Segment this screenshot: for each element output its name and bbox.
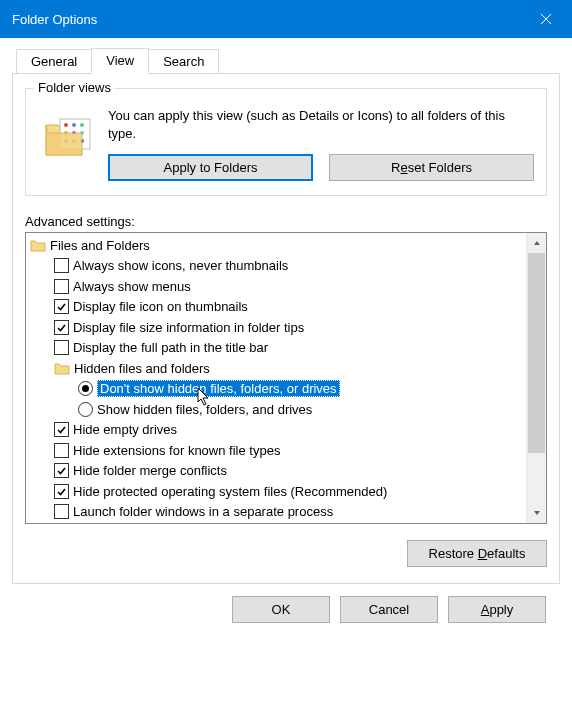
tree-item-always-menus[interactable]: Always show menus [30,276,526,297]
tree-label: Launch folder windows in a separate proc… [73,504,333,519]
titlebar: Folder Options [0,0,572,38]
scroll-thumb[interactable] [528,253,545,453]
tree-label: Show hidden files, folders, and drives [97,402,312,417]
dialog-buttons: OK Cancel Apply [12,584,560,623]
scrollbar[interactable] [526,233,546,523]
close-button[interactable] [520,0,572,38]
folder-views-title: Folder views [34,80,115,95]
tree-label: Hide empty drives [73,422,177,437]
tree-item-display-fullpath[interactable]: Display the full path in the title bar [30,338,526,359]
svg-point-1 [64,123,68,127]
tree-label: Always show menus [73,279,191,294]
tree-label-selected: Don't show hidden files, folders, or dri… [97,380,340,397]
advanced-settings-tree[interactable]: Files and Folders Always show icons, nev… [25,232,547,524]
tabpanel-view: Folder views You can apply this view (su… [12,73,560,584]
cancel-button[interactable]: Cancel [340,596,438,623]
reset-folders-button[interactable]: Reset Folders [329,154,534,181]
folder-views-desc: You can apply this view (such as Details… [108,107,534,142]
tree-label: Hidden files and folders [74,361,210,376]
tree-item-display-thumb[interactable]: Display file icon on thumbnails [30,297,526,318]
apply-button[interactable]: Apply [448,596,546,623]
checkbox-unchecked-icon [54,340,69,355]
tree-label: Display file icon on thumbnails [73,299,248,314]
tab-view[interactable]: View [91,48,149,74]
checkbox-unchecked-icon [54,279,69,294]
radio-checked-icon [78,381,93,396]
tree-item-display-size[interactable]: Display file size information in folder … [30,317,526,338]
folder-icon [42,111,94,163]
tree-label: Hide protected operating system files (R… [73,484,387,499]
tree-label: Hide folder merge conflicts [73,463,227,478]
checkbox-unchecked-icon [54,504,69,519]
tabs: General View Search [16,48,560,73]
folder-icon [30,238,46,252]
restore-defaults-button[interactable]: Restore Defaults [407,540,547,567]
tree-item-always-icons[interactable]: Always show icons, never thumbnails [30,256,526,277]
tree-label: Display the full path in the title bar [73,340,268,355]
tree-label: Always show icons, never thumbnails [73,258,288,273]
close-icon [540,13,552,25]
tree-label: Display file size information in folder … [73,320,304,335]
scroll-up-button[interactable] [527,233,546,253]
advanced-settings-label: Advanced settings: [25,214,547,229]
ok-button[interactable]: OK [232,596,330,623]
tree-item-launch-separate[interactable]: Launch folder windows in a separate proc… [30,502,526,523]
window-title: Folder Options [12,12,520,27]
tree-label: Files and Folders [50,238,150,253]
tree-group-hidden: Hidden files and folders [30,358,526,379]
tab-search[interactable]: Search [148,49,219,74]
tree-item-dont-show-hidden[interactable]: Don't show hidden files, folders, or dri… [30,379,526,400]
tree-item-hide-merge[interactable]: Hide folder merge conflicts [30,461,526,482]
checkbox-checked-icon [54,463,69,478]
tab-general[interactable]: General [16,49,92,74]
folder-views-group: Folder views You can apply this view (su… [25,88,547,196]
checkbox-checked-icon [54,422,69,437]
checkbox-checked-icon [54,299,69,314]
folder-icon [54,361,70,375]
radio-unchecked-icon [78,402,93,417]
tree-item-hide-ext[interactable]: Hide extensions for known file types [30,440,526,461]
svg-point-3 [80,123,84,127]
checkbox-checked-icon [54,484,69,499]
svg-point-2 [72,123,76,127]
scroll-track[interactable] [527,253,546,503]
tree-label: Hide extensions for known file types [73,443,280,458]
tree-item-hide-os[interactable]: Hide protected operating system files (R… [30,481,526,502]
scroll-down-button[interactable] [527,503,546,523]
tree-group-files-folders: Files and Folders [30,235,526,256]
tree-item-hide-empty[interactable]: Hide empty drives [30,420,526,441]
apply-to-folders-button[interactable]: Apply to Folders [108,154,313,181]
tree-item-show-hidden[interactable]: Show hidden files, folders, and drives [30,399,526,420]
checkbox-unchecked-icon [54,443,69,458]
checkbox-checked-icon [54,320,69,335]
checkbox-unchecked-icon [54,258,69,273]
dialog-content: General View Search Folder views You can… [0,38,572,623]
